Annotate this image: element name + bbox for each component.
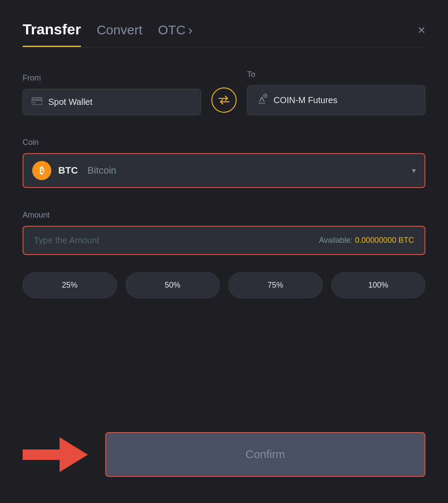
amount-placeholder: Type the Amount — [34, 235, 99, 245]
percent-row: 25% 50% 75% 100% — [23, 272, 425, 298]
percent-75-button[interactable]: 75% — [228, 272, 323, 298]
close-button[interactable]: × — [418, 23, 425, 44]
amount-input-box[interactable]: Type the Amount Available: 0.00000000 BT… — [23, 226, 425, 255]
available-display: Available: 0.00000000 BTC — [319, 236, 414, 245]
coin-section: Coin ₿ BTC Bitcoin ▾ — [23, 138, 425, 188]
transfer-modal: Transfer Convert OTC › × From Spot Walle… — [0, 0, 448, 503]
to-label: To — [247, 70, 425, 79]
svg-marker-7 — [60, 437, 88, 472]
arrow-right-icon — [23, 433, 88, 476]
percent-50-button[interactable]: 50% — [126, 272, 220, 298]
percent-100-button[interactable]: 100% — [331, 272, 426, 298]
swap-button[interactable] — [211, 87, 237, 113]
from-label: From — [23, 74, 201, 83]
to-wallet-label: COIN-M Futures — [274, 95, 338, 105]
coin-chevron-down-icon: ▾ — [412, 166, 416, 175]
tab-convert[interactable]: Convert — [97, 23, 142, 45]
otc-chevron-icon: › — [188, 23, 193, 37]
bottom-section: Confirm — [23, 432, 425, 477]
wallet-card-icon — [32, 97, 42, 107]
available-value: 0.00000000 BTC — [355, 236, 414, 245]
confirm-button[interactable]: Confirm — [105, 432, 425, 477]
coin-select-dropdown[interactable]: ₿ BTC Bitcoin ▾ — [23, 153, 425, 188]
from-to-row: From Spot Wallet — [23, 70, 425, 115]
arrow-wrapper — [23, 433, 88, 476]
svg-rect-6 — [23, 449, 62, 460]
from-section: From Spot Wallet — [23, 74, 201, 115]
coin-label: Coin — [23, 138, 425, 147]
swap-container — [201, 87, 247, 115]
from-wallet-label: Spot Wallet — [48, 97, 93, 107]
percent-25-button[interactable]: 25% — [23, 272, 117, 298]
svg-rect-0 — [32, 98, 42, 105]
available-label: Available: — [319, 236, 355, 245]
futures-icon — [256, 94, 267, 107]
coin-symbol: BTC — [58, 165, 78, 176]
amount-section: Amount Type the Amount Available: 0.0000… — [23, 211, 425, 255]
svg-rect-1 — [32, 99, 42, 101]
from-wallet-select[interactable]: Spot Wallet — [23, 89, 201, 115]
coin-full-name: Bitcoin — [87, 165, 116, 176]
btc-icon: ₿ — [32, 161, 51, 180]
tab-transfer[interactable]: Transfer — [23, 21, 81, 47]
modal-header: Transfer Convert OTC › × — [23, 21, 425, 47]
to-section: To COIN-M Futures — [247, 70, 425, 115]
to-wallet-select[interactable]: COIN-M Futures — [247, 85, 425, 115]
header-divider — [23, 47, 425, 47]
tab-otc[interactable]: OTC › — [158, 23, 192, 45]
amount-label: Amount — [23, 211, 425, 220]
